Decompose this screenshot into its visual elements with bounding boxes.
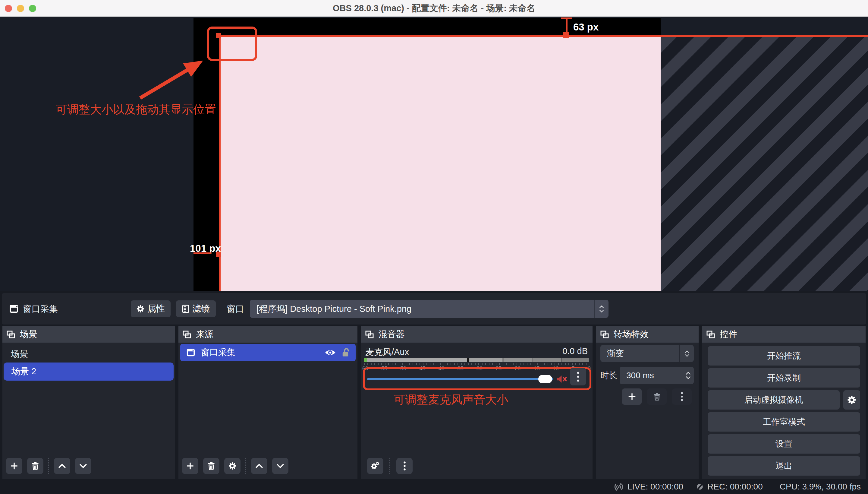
filters-button[interactable]: 滤镜 [176, 300, 216, 317]
studio-mode-button[interactable]: 工作室模式 [708, 412, 860, 432]
window-select[interactable]: [程序坞] Desktop Picture - Soft Pink.png [250, 300, 609, 318]
settings-button[interactable]: 设置 [708, 434, 860, 454]
source-name: 窗口采集 [201, 346, 236, 359]
source-toolbar: 窗口采集 属性 滤镜 窗口 [程序坞] D [2, 293, 866, 324]
controls-dock-title: 控件 [720, 328, 737, 341]
kebab-menu-icon [576, 371, 579, 382]
mixer-body: 麦克风/Aux 0.0 dB 6055 5045 4035 3025 2015 … [361, 343, 593, 479]
advanced-audio-button[interactable] [367, 458, 383, 474]
volume-slider-handle[interactable] [538, 375, 552, 383]
transitions-toolbar [622, 388, 692, 405]
add-scene-button[interactable] [6, 458, 22, 474]
add-transition-button[interactable] [622, 388, 642, 405]
resize-annotation-note: 可调整大小以及拖动其显示位置 [56, 102, 216, 117]
chevron-down-icon [599, 310, 604, 312]
title-bar: OBS 28.0.3 (mac) - 配置文件: 未命名 - 场景: 未命名 [0, 0, 868, 17]
mixer-dock-header[interactable]: 混音器 [361, 326, 593, 343]
left-offset-measure-line [194, 252, 211, 254]
chevron-up-icon [686, 372, 691, 375]
scenes-list: 场景 场景 2 [2, 343, 175, 479]
source-properties-button[interactable] [224, 458, 240, 474]
start-recording-button[interactable]: 开始录制 [708, 368, 860, 387]
start-streaming-button[interactable]: 开始推流 [708, 346, 860, 365]
chevron-down-icon [685, 354, 689, 357]
controls-dock-header[interactable]: 控件 [702, 326, 866, 343]
transition-select-value: 渐变 [607, 345, 624, 362]
remove-transition-button[interactable] [647, 388, 667, 405]
window-capture-source[interactable] [220, 36, 660, 291]
top-offset-label: 63 px [573, 21, 598, 33]
mixer-menu-button[interactable] [396, 458, 413, 474]
mixer-annotation-note: 可调整麦克风声音大小 [394, 392, 508, 407]
move-source-down-button[interactable] [272, 458, 289, 474]
window-field-label: 窗口 [226, 293, 244, 324]
scene-name: 场景 2 [12, 365, 36, 378]
exit-button[interactable]: 退出 [708, 456, 860, 476]
duration-spinner[interactable] [686, 367, 691, 384]
scenes-dock: 场景 场景 场景 2 [2, 326, 175, 479]
transitions-dock-title: 转场特效 [614, 328, 649, 341]
top-offset-measure-end [563, 32, 569, 38]
transitions-dock-header[interactable]: 转场特效 [596, 326, 698, 343]
duration-value: 300 ms [626, 367, 654, 384]
plus-icon [10, 462, 18, 470]
sources-dock: 来源 窗口采集 [178, 326, 357, 479]
mixer-channel-menu-button[interactable] [570, 368, 586, 385]
transition-select[interactable]: 渐变 [600, 345, 694, 362]
start-virtual-camera-button[interactable]: 启动虚拟摄像机 [708, 390, 840, 410]
chevron-up-icon [599, 305, 604, 308]
double-gear-icon [371, 461, 380, 471]
volume-meter-ruler [364, 363, 589, 365]
window-select-value: [程序坞] Desktop Picture - Soft Pink.png [256, 300, 411, 318]
trash-icon [653, 393, 660, 400]
cpu-fps-stats: CPU: 3.9%, 30.00 fps [780, 482, 861, 492]
source-list-item-selected[interactable]: 窗口采集 [180, 344, 356, 361]
sources-dock-header[interactable]: 来源 [178, 326, 357, 343]
lock-open-icon[interactable] [341, 348, 350, 357]
mixer-dock: 混音器 麦克风/Aux 0.0 dB 6055 5045 4035 3025 2… [361, 326, 593, 479]
transition-select-spinner[interactable] [679, 345, 694, 362]
rec-time: REC: 00:00:00 [707, 482, 763, 492]
scenes-dock-title: 场景 [20, 328, 37, 341]
window-capture-icon [186, 348, 195, 357]
dock-icon [7, 330, 15, 338]
mixer-toolbar [367, 458, 413, 474]
virtual-camera-settings-button[interactable] [843, 390, 860, 410]
kebab-menu-icon [403, 461, 406, 471]
scene-list-item[interactable]: 场景 [11, 347, 28, 361]
transitions-dock: 转场特效 渐变 时长 300 ms [596, 326, 698, 479]
sources-toolbar [182, 458, 289, 474]
annotation-arrow-icon [130, 45, 220, 112]
move-source-up-button[interactable] [251, 458, 267, 474]
top-offset-measure-cap [561, 18, 572, 19]
obs-window: OBS 28.0.3 (mac) - 配置文件: 未命名 - 场景: 未命名 6… [0, 0, 868, 494]
toolbar-separator [389, 458, 390, 474]
scenes-dock-header[interactable]: 场景 [2, 326, 175, 343]
add-source-button[interactable] [182, 458, 198, 474]
window-select-spinner[interactable] [594, 300, 609, 318]
dock-icon [600, 330, 609, 338]
status-bar: LIVE: 00:00:00 REC: 00:00:00 CPU: 3.9%, … [0, 479, 868, 494]
sources-dock-title: 来源 [196, 328, 213, 341]
visibility-eye-icon[interactable] [325, 349, 336, 356]
remove-scene-button[interactable] [27, 458, 43, 474]
chevron-down-icon [686, 376, 691, 379]
duration-spinbox[interactable]: 300 ms [620, 367, 694, 384]
selected-source-name: 窗口采集 [23, 293, 58, 324]
speaker-muted-icon[interactable] [556, 374, 567, 384]
properties-label: 属性 [147, 303, 165, 315]
transition-menu-button[interactable] [672, 388, 692, 405]
gear-icon [847, 395, 856, 404]
gear-icon [229, 462, 236, 470]
move-scene-down-button[interactable] [75, 458, 91, 474]
properties-button[interactable]: 属性 [131, 300, 171, 317]
remove-source-button[interactable] [203, 458, 219, 474]
live-time: LIVE: 00:00:00 [628, 482, 683, 492]
controls-body: 开始推流 开始录制 启动虚拟摄像机 [702, 343, 866, 479]
chevron-down-icon [276, 463, 284, 468]
scene-list-item-selected[interactable]: 场景 2 [4, 362, 174, 381]
chevron-up-icon [685, 350, 689, 353]
move-scene-up-button[interactable] [54, 458, 70, 474]
volume-slider-track[interactable] [367, 378, 553, 380]
stream-status-icon [614, 482, 624, 491]
